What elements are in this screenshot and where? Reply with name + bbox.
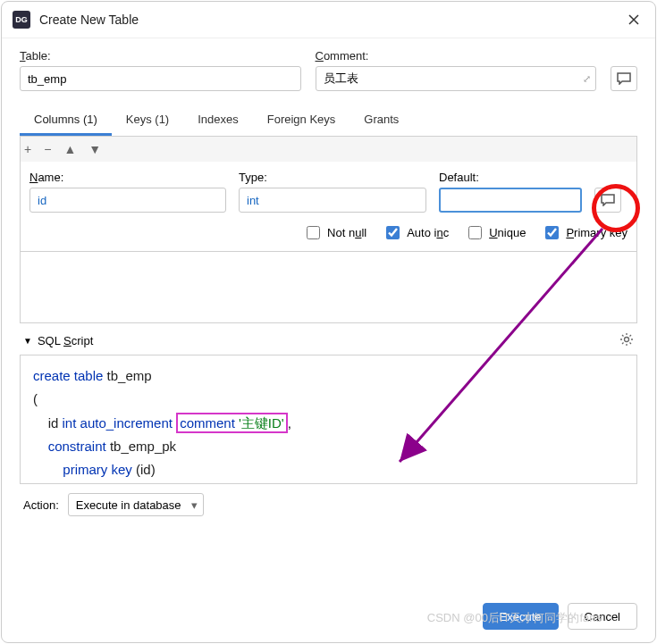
column-toolbar: + − ▲ ▼ (20, 137, 637, 162)
comment-label: Comment: (316, 49, 597, 63)
table-label: Table: (20, 49, 301, 63)
tab-columns[interactable]: Columns (1) (20, 105, 112, 136)
svg-point-0 (625, 338, 629, 342)
column-flags: Not null Auto inc Unique Primary key (29, 223, 628, 242)
chevron-down-icon: ▼ (23, 336, 32, 346)
column-editor: Name: Type: Default: Not null Auto inc (20, 162, 637, 252)
col-type-label: Type: (239, 171, 426, 184)
cancel-button[interactable]: Cancel (568, 603, 637, 630)
not-null-check[interactable]: Not null (303, 223, 366, 242)
app-icon: DG (13, 11, 30, 29)
execute-button[interactable]: Execute (483, 603, 559, 630)
column-list-area (20, 252, 637, 323)
column-comment-button[interactable] (594, 188, 621, 213)
close-button[interactable] (623, 9, 644, 30)
comment-bubble-button[interactable] (611, 66, 637, 91)
comment-field: Comment: ⤢ (316, 49, 597, 91)
table-name-input[interactable] (20, 66, 301, 91)
tab-foreign-keys[interactable]: Foreign Keys (253, 105, 350, 136)
title-bar: DG Create New Table (2, 2, 655, 38)
col-type-input[interactable] (239, 188, 426, 213)
move-down-button[interactable]: ▼ (88, 142, 101, 156)
col-name-label: Name: (29, 171, 226, 184)
remove-column-button[interactable]: − (44, 142, 51, 156)
col-name-input[interactable] (29, 188, 226, 213)
tabs: Columns (1) Keys (1) Indexes Foreign Key… (20, 105, 637, 137)
gear-icon[interactable] (619, 332, 634, 349)
expand-icon[interactable]: ⤢ (583, 73, 591, 85)
unique-check[interactable]: Unique (465, 223, 526, 242)
primary-key-check[interactable]: Primary key (542, 223, 628, 242)
move-up-button[interactable]: ▲ (63, 142, 76, 156)
table-name-field: Table: (20, 49, 301, 91)
create-table-dialog: DG Create New Table Table: Comment: ⤢ (1, 1, 656, 643)
comment-icon (617, 72, 631, 85)
action-row: Action: Execute in database (20, 484, 637, 525)
sql-code-editor[interactable]: create table tb_emp ( id int auto_increm… (20, 355, 637, 484)
action-select[interactable]: Execute in database (68, 493, 204, 516)
sql-script-label: SQL Script (38, 334, 93, 347)
dialog-title: Create New Table (39, 13, 623, 27)
tab-grants[interactable]: Grants (350, 105, 413, 136)
action-label: Action: (23, 498, 59, 512)
close-icon (628, 14, 639, 25)
dialog-footer: Execute Cancel (2, 590, 655, 642)
col-default-input[interactable] (439, 188, 582, 213)
add-column-button[interactable]: + (24, 142, 31, 156)
comment-input[interactable] (316, 66, 597, 91)
tab-keys[interactable]: Keys (1) (112, 105, 183, 136)
col-default-label: Default: (439, 171, 582, 184)
sql-script-header[interactable]: ▼ SQL Script (20, 323, 637, 355)
auto-inc-check[interactable]: Auto inc (383, 223, 449, 242)
tab-indexes[interactable]: Indexes (183, 105, 253, 136)
comment-icon (601, 194, 615, 206)
